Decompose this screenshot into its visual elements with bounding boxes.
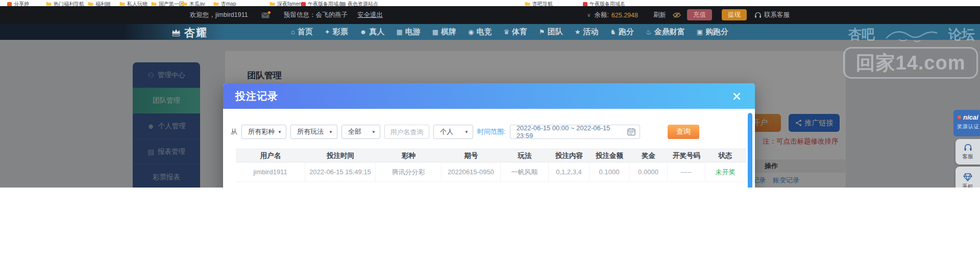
- hide-balance-icon[interactable]: [673, 6, 681, 24]
- cards-icon: ▩: [432, 29, 438, 35]
- date-range-input[interactable]: 2022-06-15 00:00 ~ 2022-06-15 23:59: [510, 125, 640, 139]
- modal-header: 投注记录: [223, 83, 755, 109]
- sports-icon: ♛: [503, 29, 509, 35]
- nav-item-电游[interactable]: ▦电游: [396, 27, 420, 37]
- nav-item-团队[interactable]: ⚑团队: [539, 27, 563, 37]
- column-header-期号[interactable]: 期号: [442, 149, 501, 162]
- site-logo-text: 杏耀: [184, 26, 208, 40]
- page-canvas: 分享婷热门福利导航福利姬私人玩物国产第一区木瓜av杏map深夜famen午夜版备…: [0, 0, 980, 280]
- nav-item-label: 体育: [512, 27, 527, 37]
- status-select[interactable]: 全部▼: [341, 125, 380, 139]
- award-source-badge[interactable]: nicai 奖源认证: [953, 110, 980, 136]
- column-header-状态[interactable]: 状态: [705, 149, 745, 162]
- wealth-icon: ♨: [646, 29, 652, 35]
- table-cell: 20220615-0950: [442, 162, 501, 181]
- table-cell: 0,1,2,3,4: [549, 162, 590, 181]
- esports-icon: ◉: [468, 29, 474, 35]
- crown-logo-icon: [171, 28, 181, 37]
- balance-group: ∨ 余额: 625.2948: [587, 6, 638, 24]
- nav-item-label: 彩票: [333, 27, 348, 37]
- customer-service-widget[interactable]: 客服: [955, 139, 980, 165]
- account-topbar: 欢迎您，jimbird1911 预留信息：会飞的燕子 安全退出 ∨ 余额: 62…: [0, 6, 980, 24]
- home-icon: ⌂: [291, 29, 295, 35]
- mobile-widget[interactable]: 手机: [955, 167, 980, 188]
- time-range-label: 时间范围:: [477, 127, 506, 136]
- table-row: jimbird19112022-06-15 15:49:15腾讯分分彩20220…: [236, 162, 746, 182]
- paofen-icon: ♞: [610, 29, 616, 35]
- modal-scrollbar[interactable]: [748, 113, 752, 188]
- reserved-info-text: 预留信息：会飞的燕子: [284, 6, 348, 24]
- column-header-奖金[interactable]: 奖金: [629, 149, 668, 162]
- table-cell: 腾讯分分彩: [376, 162, 442, 181]
- nav-item-金鼎财富[interactable]: ♨金鼎财富: [646, 27, 685, 37]
- buy-paofen-icon: ▣: [697, 29, 703, 35]
- nav-item-label: 电竞: [476, 27, 492, 37]
- balance-value: 625.2948: [611, 12, 638, 19]
- table-cell: 0.0000: [629, 162, 668, 181]
- nav-item-购跑分[interactable]: ▣购跑分: [697, 27, 728, 37]
- main-navbar: 杏耀 ⌂首页✦彩票☻真人▦电游▩棋牌◉电竞♛体育⚑团队★活动♞跑分♨金鼎财富▣购…: [0, 24, 980, 40]
- nav-item-彩票[interactable]: ✦彩票: [325, 27, 348, 37]
- column-header-投注时间[interactable]: 投注时间: [305, 149, 376, 162]
- site-logo[interactable]: 杏耀: [171, 26, 208, 40]
- calendar-icon: [627, 128, 635, 136]
- from-label: 从: [231, 127, 237, 136]
- slots-icon: ▦: [396, 29, 402, 35]
- table-cell: 0.1000: [590, 162, 629, 181]
- promo-icon: ★: [575, 29, 581, 35]
- column-header-玩法[interactable]: 玩法: [501, 149, 549, 162]
- nav-item-label: 真人: [369, 27, 384, 37]
- table-cell: 未开奖: [705, 162, 745, 181]
- play-type-select[interactable]: 所有玩法▼: [290, 125, 337, 139]
- headset-icon: [754, 12, 762, 18]
- nav-item-棋牌[interactable]: ▩棋牌: [432, 27, 456, 37]
- notification-dot: [268, 11, 271, 14]
- withdraw-button[interactable]: 提现: [722, 9, 747, 20]
- nav-item-体育[interactable]: ♛体育: [503, 27, 527, 37]
- nav-item-label: 购跑分: [705, 27, 728, 37]
- recharge-button[interactable]: 充值: [687, 9, 712, 20]
- filter-row: 从 所有彩种▼ 所有玩法▼ 全部▼ 个人▼ 时间范围: 2022-06-15 0…: [231, 125, 640, 139]
- balance-caret-icon[interactable]: ∨: [587, 12, 591, 18]
- close-icon[interactable]: [732, 91, 742, 101]
- nicai-bird-icon: [957, 115, 962, 120]
- column-header-用户名[interactable]: 用户名: [236, 149, 305, 162]
- table-cell: 2022-06-15 15:49:15: [305, 162, 376, 181]
- chevron-down-icon: ▼: [464, 130, 469, 134]
- chevron-down-icon: ▼: [329, 130, 333, 134]
- logout-link[interactable]: 安全退出: [357, 6, 383, 24]
- username-search-input[interactable]: [384, 125, 429, 139]
- column-header-投注金额[interactable]: 投注金额: [590, 149, 629, 162]
- column-header-开奖号码[interactable]: 开奖号码: [668, 149, 705, 162]
- nav-item-label: 首页: [298, 27, 313, 37]
- nav-item-label: 棋牌: [441, 27, 456, 37]
- modal-title: 投注记录: [235, 89, 278, 103]
- table-header-row: 用户名投注时间彩种期号玩法投注内容投注金额奖金开奖号码状态: [236, 149, 746, 162]
- chevron-down-icon: ▼: [278, 130, 282, 134]
- nav-item-活动[interactable]: ★活动: [575, 27, 599, 37]
- nav-item-label: 团队: [548, 27, 563, 37]
- nav-item-跑分[interactable]: ♞跑分: [610, 27, 634, 37]
- nav-item-label: 金鼎财富: [654, 27, 685, 37]
- scope-select[interactable]: 个人▼: [433, 125, 473, 139]
- live-casino-icon: ☻: [360, 29, 367, 35]
- nav-item-首页[interactable]: ⌂首页: [291, 27, 313, 37]
- balance-label: 余额:: [594, 11, 608, 19]
- nav-item-label: 活动: [583, 27, 598, 37]
- lottery-type-select[interactable]: 所有彩种▼: [241, 125, 286, 139]
- column-header-彩种[interactable]: 彩种: [376, 149, 442, 162]
- lottery-icon: ✦: [325, 29, 330, 35]
- nav-item-真人[interactable]: ☻真人: [360, 27, 385, 37]
- team-icon: ⚑: [539, 29, 545, 35]
- column-header-投注内容[interactable]: 投注内容: [549, 149, 590, 162]
- contact-service-link[interactable]: 联系客服: [754, 6, 790, 24]
- refresh-balance-link[interactable]: 刷新: [653, 6, 666, 24]
- search-button[interactable]: 查询: [668, 125, 699, 139]
- nav-item-label: 电游: [405, 27, 421, 37]
- nav-item-label: 跑分: [619, 27, 634, 37]
- nav-item-电竞[interactable]: ◉电竞: [468, 27, 492, 37]
- nav-menu: ⌂首页✦彩票☻真人▦电游▩棋牌◉电竞♛体育⚑团队★活动♞跑分♨金鼎财富▣购跑分: [291, 24, 728, 40]
- welcome-text: 欢迎您，jimbird1911: [190, 6, 248, 24]
- mail-icon[interactable]: [261, 6, 270, 24]
- table-row-partial: [236, 182, 746, 188]
